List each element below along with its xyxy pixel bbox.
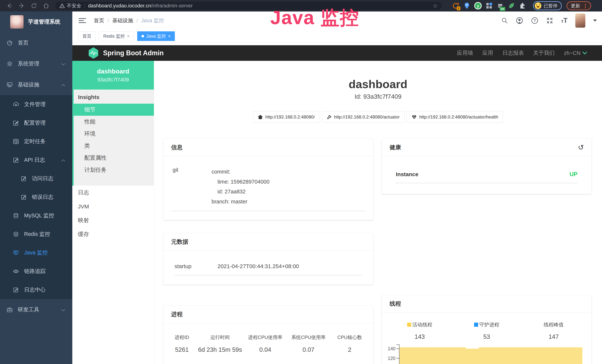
url-host[interactable]: dashboard.yudao.iocoder.cn <box>88 3 151 9</box>
menu-item-logs[interactable]: 日志 <box>72 186 154 200</box>
breadcrumb-home[interactable]: 首页 <box>94 17 104 24</box>
search-icon[interactable] <box>501 17 508 24</box>
area-notch <box>466 347 479 349</box>
sidebar-item-file-management[interactable]: 文件管理 <box>0 95 72 114</box>
security-label[interactable]: 不安全 <box>67 3 81 9</box>
y-tick <box>397 348 399 349</box>
spring-boot-admin-logo[interactable] <box>88 47 99 59</box>
browser-back-button[interactable] <box>3 2 16 10</box>
extension-sync-icon[interactable]: 1 <box>452 1 460 10</box>
menu-item-classes[interactable]: 类 <box>74 140 154 152</box>
row-divider <box>171 211 366 211</box>
sba-header: Spring Boot Admin 应用墙 应用 日志报表 关于我们 zh~CN <box>72 45 602 61</box>
sidebar-item-api-log[interactable]: API 日志 <box>0 151 72 169</box>
help-icon[interactable]: ? <box>531 17 538 24</box>
extensions-puzzle-icon[interactable] <box>518 1 527 10</box>
sidebar-item-log-center[interactable]: 日志中心 <box>0 280 72 299</box>
menu-item-caches[interactable]: 缓存 <box>72 227 154 241</box>
browser-menu-kebab-icon[interactable]: ⋮ <box>583 3 588 9</box>
tab-label: Java 监控 <box>146 33 166 39</box>
sidebar-item-label: 错误日志 <box>32 193 54 201</box>
tab-java-monitor[interactable]: Java 监控 × <box>137 31 175 41</box>
sidebar-item-config-management[interactable]: 配置管理 <box>0 114 72 132</box>
sidebar-item-tracing[interactable]: 链路追踪 <box>0 262 72 280</box>
sba-nav-journal[interactable]: 日志报表 <box>502 49 524 57</box>
sidebar-item-label: 研发工具 <box>18 306 39 313</box>
browser-update-button[interactable]: 更新 ⋮ <box>567 1 591 10</box>
y-tick-label: 120 <box>386 356 396 361</box>
sba-nav-applications[interactable]: 应用 <box>483 49 493 57</box>
sidebar-item-label: MySQL 监控 <box>24 212 54 219</box>
sidebar-item-redis-monitor[interactable]: Redis 监控 <box>0 225 72 244</box>
layers-icon <box>13 231 19 237</box>
menu-item-config-props[interactable]: 配置属性 <box>74 152 154 164</box>
user-menu-caret-icon[interactable] <box>593 20 597 22</box>
tab-redis-monitor[interactable]: Redis 监控 × <box>99 31 134 41</box>
extension-grid-icon[interactable] <box>485 1 493 10</box>
history-icon[interactable]: ↺ <box>578 144 584 151</box>
cards-left-column: 信息 git commit: time: 1596289704000 id: 2… <box>163 139 373 364</box>
wrench-icon <box>327 115 332 119</box>
github-icon[interactable] <box>516 17 523 24</box>
sidebar-item-java-monitor[interactable]: Java 监控 <box>0 244 72 262</box>
sidebar-toggle-icon[interactable] <box>79 17 86 24</box>
brand-header[interactable]: 芋道管理系统 <box>0 11 72 32</box>
menu-item-scheduled-tasks[interactable]: 计划任务 <box>74 164 154 176</box>
service-url-button[interactable]: http://192.168.0.2:48080/ <box>253 111 320 123</box>
sidebar-item-label: 系统管理 <box>18 60 39 67</box>
menu-item-mappings[interactable]: 映射 <box>72 214 154 227</box>
info-row-key: git <box>171 167 212 207</box>
log-edit-icon <box>13 157 19 163</box>
process-col-header: 系统CPU使用率 <box>286 334 331 341</box>
browser-home-button[interactable] <box>40 2 52 10</box>
sidebar-item-access-log[interactable]: 访问日志 <box>0 169 72 188</box>
sidebar-item-infra[interactable]: 基础设施 <box>0 74 72 95</box>
sidebar-item-system[interactable]: 系统管理 <box>0 53 72 74</box>
sba-nav-about[interactable]: 关于我们 <box>533 49 555 57</box>
sidebar-item-scheduled-jobs[interactable]: 定时任务 <box>0 132 72 151</box>
close-icon[interactable]: × <box>168 34 171 38</box>
health-instance-label[interactable]: Instance <box>396 171 419 177</box>
menu-item-jvm[interactable]: JVM <box>72 200 154 214</box>
profile-avatar-icon <box>535 2 541 9</box>
sidebar-item-dev-tools[interactable]: 研发工具 <box>0 299 72 320</box>
browser-reload-button[interactable] <box>28 2 40 10</box>
browser-profile-button[interactable]: 已暂停 <box>533 1 562 10</box>
menu-item-details[interactable]: 细节 <box>74 104 154 116</box>
health-url-button[interactable]: http://192.168.0.2:48080/actuator/health <box>407 111 503 123</box>
threads-legend: 活动线程 守护进程 线程峰值 <box>386 321 587 328</box>
extension-pin-icon[interactable] <box>462 1 471 10</box>
address-bar[interactable]: 不安全 dashboard.yudao.iocoder.cn/infra/adm… <box>55 2 442 10</box>
sba-nav-wallboard[interactable]: 应用墙 <box>457 49 473 57</box>
close-icon[interactable]: × <box>127 34 129 38</box>
extension-leaf-icon[interactable] <box>507 1 516 10</box>
legend-value: 147 <box>520 333 587 340</box>
threads-card-body: 活动线程 守护进程 线程峰值 143 53 147 <box>382 313 592 364</box>
fullscreen-icon[interactable] <box>546 17 553 24</box>
user-avatar[interactable] <box>575 13 585 28</box>
sba-language-value: zh~CN <box>564 50 580 56</box>
bookmark-star-icon[interactable]: ☆ <box>433 3 438 9</box>
sba-language-select[interactable]: zh~CN <box>564 50 587 56</box>
sidebar-item-home[interactable]: 首页 <box>0 32 72 53</box>
menu-item-metrics[interactable]: 性能 <box>74 116 154 128</box>
sidebar-item-error-log[interactable]: 错误日志 <box>0 188 72 206</box>
url-path[interactable]: /infra/admin-server <box>151 3 193 9</box>
sidebar-item-mysql-monitor[interactable]: MySQL 监控 <box>0 206 72 225</box>
tab-home[interactable]: 首页 <box>78 31 96 41</box>
font-size-icon[interactable]: тT <box>561 17 568 24</box>
instance-header[interactable]: dashboard 93a3fc7f7409 <box>72 61 154 90</box>
actuator-url-button[interactable]: http://192.168.0.2:48080/actuator <box>322 111 405 123</box>
extension-list-icon[interactable]: on <box>496 1 505 10</box>
breadcrumb-infra[interactable]: 基础设施 <box>112 17 133 24</box>
extension-y-icon[interactable]: y <box>474 1 482 10</box>
menu-item-environment[interactable]: 环境 <box>74 128 154 140</box>
sba-title[interactable]: Spring Boot Admin <box>103 49 164 57</box>
dashboard-gauge-icon <box>6 40 13 46</box>
browser-forward-button[interactable] <box>16 2 28 10</box>
chevron-down-icon <box>582 51 587 55</box>
process-col-header: CPU核心数 <box>331 334 369 341</box>
process-card-body: 进程ID5261 运行时间6d 23h 15m 59s 进程CPU使用率0.04… <box>163 323 373 364</box>
process-col-value: 0.04 <box>244 346 286 353</box>
admin-sidebar: 芋道管理系统 首页 系统管理 基础设施 文件管理 配置管理 <box>0 11 72 364</box>
